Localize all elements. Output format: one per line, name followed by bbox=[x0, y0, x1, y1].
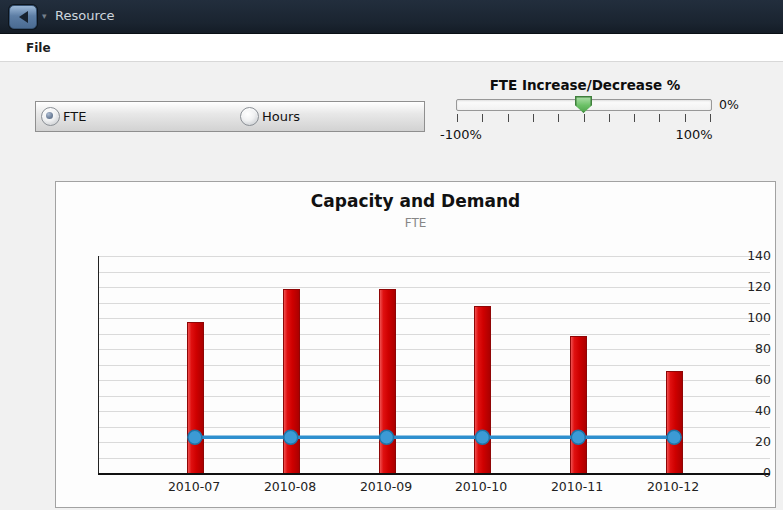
slider-tick bbox=[533, 114, 534, 122]
slider-tick bbox=[710, 114, 711, 122]
chart-title: Capacity and Demand bbox=[56, 191, 775, 211]
slider-max-label: 100% bbox=[671, 127, 717, 142]
slider-tick bbox=[685, 114, 686, 122]
x-tick-label: 2010-07 bbox=[149, 479, 239, 494]
x-tick-label: 2010-10 bbox=[436, 479, 526, 494]
back-button[interactable] bbox=[9, 5, 37, 29]
slider-tick bbox=[558, 114, 559, 122]
slider-tick bbox=[584, 114, 585, 122]
x-axis-line bbox=[98, 473, 770, 475]
radio-option-fte[interactable]: FTE bbox=[41, 107, 86, 126]
x-tick-label: 2010-08 bbox=[245, 479, 335, 494]
y-tick-label: 20 bbox=[737, 434, 771, 449]
y-tick-label: 120 bbox=[737, 279, 771, 294]
application-window: ▾ Resource File FTE Hours FTE Increase/D… bbox=[0, 0, 783, 521]
slider-title: FTE Increase/Decrease % bbox=[440, 77, 730, 93]
line-marker bbox=[475, 430, 489, 444]
x-tick-label: 2010-11 bbox=[532, 479, 622, 494]
radio-option-hours[interactable]: Hours bbox=[240, 107, 300, 126]
radio-label: FTE bbox=[63, 109, 86, 124]
capacity-line bbox=[99, 256, 770, 473]
chart-panel: Capacity and Demand FTE 0204060801001201… bbox=[55, 181, 776, 508]
radio-label: Hours bbox=[262, 109, 300, 124]
slider-tick bbox=[609, 114, 610, 122]
line-marker bbox=[188, 430, 202, 444]
slider-value-label: 0% bbox=[719, 97, 739, 112]
unit-toggle-panel: FTE Hours bbox=[35, 101, 425, 132]
back-arrow-icon bbox=[19, 11, 28, 23]
slider-tick bbox=[659, 114, 660, 122]
line-marker bbox=[380, 430, 394, 444]
line-marker bbox=[667, 430, 681, 444]
y-tick-label: 80 bbox=[737, 341, 771, 356]
slider-tick bbox=[457, 114, 458, 122]
y-tick-label: 140 bbox=[737, 248, 771, 263]
chevron-down-icon[interactable]: ▾ bbox=[42, 12, 47, 21]
plot-area bbox=[98, 256, 770, 473]
line-marker bbox=[284, 430, 298, 444]
slider-tick-marks bbox=[457, 114, 710, 123]
radio-button-icon[interactable] bbox=[41, 107, 60, 126]
menu-item-file[interactable]: File bbox=[22, 39, 55, 57]
slider-min-label: -100% bbox=[436, 127, 486, 142]
slider-tick bbox=[634, 114, 635, 122]
y-tick-label: 100 bbox=[737, 310, 771, 325]
radio-button-icon[interactable] bbox=[240, 107, 259, 126]
y-tick-label: 0 bbox=[737, 465, 771, 480]
x-tick-label: 2010-09 bbox=[341, 479, 431, 494]
line-marker bbox=[571, 430, 585, 444]
chart-subtitle: FTE bbox=[56, 216, 775, 230]
slider-tick bbox=[508, 114, 509, 122]
slider-tick bbox=[482, 114, 483, 122]
window-title: Resource bbox=[55, 8, 115, 23]
x-tick-label: 2010-12 bbox=[628, 479, 718, 494]
title-bar: ▾ Resource bbox=[0, 0, 783, 34]
y-tick-label: 40 bbox=[737, 403, 771, 418]
y-tick-label: 60 bbox=[737, 372, 771, 387]
menu-bar: File bbox=[0, 34, 783, 62]
